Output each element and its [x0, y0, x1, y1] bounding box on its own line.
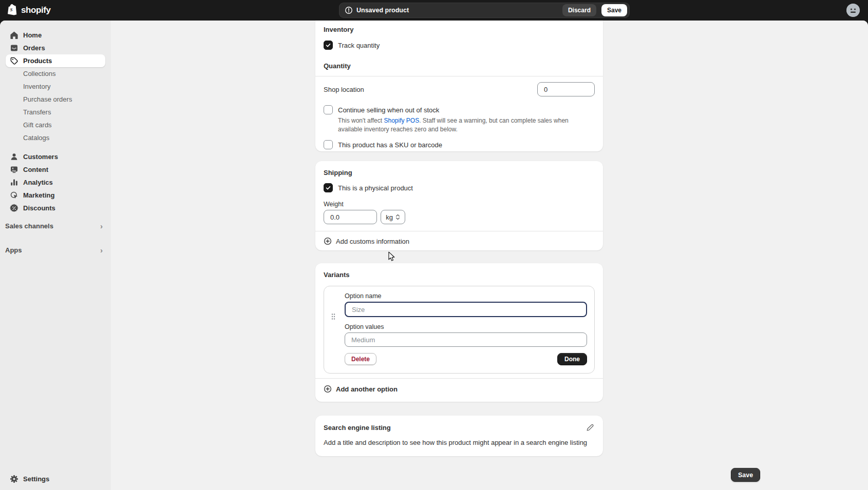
- option-values-label: Option values: [345, 323, 587, 330]
- option-name-label: Option name: [345, 292, 587, 300]
- seo-title: Search engine listing: [324, 424, 391, 432]
- sidebar-item-marketing[interactable]: Marketing: [6, 189, 105, 202]
- weight-unit-value: kg: [386, 213, 393, 221]
- save-button-topbar[interactable]: Save: [601, 4, 627, 16]
- divider: [315, 76, 603, 76]
- quantity-input[interactable]: [537, 82, 595, 96]
- continue-selling-row: Continue selling when out of stock: [315, 105, 603, 114]
- shopify-logo[interactable]: S shopify: [7, 4, 51, 17]
- add-another-option-label: Add another option: [336, 385, 398, 393]
- option-buttons-row: Delete Done: [345, 353, 587, 365]
- sidebar-item-label: Content: [23, 166, 48, 173]
- physical-product-label: This is a physical product: [338, 184, 413, 192]
- variants-card: Variants Option name Option values Delet…: [315, 263, 603, 402]
- sidebar-nav: Home Orders Products Collections Invento…: [0, 21, 111, 490]
- sidebar-item-analytics[interactable]: Analytics: [6, 176, 105, 189]
- customers-icon: [10, 152, 18, 161]
- content-column: Inventory Track quantity Quantity Shop l…: [315, 21, 603, 456]
- delete-option-button[interactable]: Delete: [345, 353, 376, 365]
- sku-checkbox[interactable]: [324, 140, 333, 149]
- sidebar-item-home[interactable]: Home: [6, 29, 105, 42]
- done-button[interactable]: Done: [557, 353, 587, 365]
- shipping-card: Shipping This is a physical product Weig…: [315, 161, 603, 250]
- content-icon: [10, 165, 18, 174]
- add-another-option-button[interactable]: Add another option: [315, 385, 603, 393]
- sidebar-item-label: Analytics: [23, 179, 53, 186]
- sidebar-item-discounts[interactable]: Discounts: [6, 202, 105, 214]
- sidebar-section-apps[interactable]: Apps ›: [0, 244, 111, 256]
- sidebar-item-transfers[interactable]: Transfers: [6, 106, 105, 119]
- discard-button[interactable]: Discard: [562, 4, 596, 16]
- sidebar-item-inventory[interactable]: Inventory: [6, 80, 105, 93]
- help-text-pre: This won't affect: [338, 117, 384, 124]
- divider: [315, 231, 603, 231]
- sidebar-item-label: Purchase orders: [23, 95, 72, 103]
- apps-label: Apps: [5, 246, 22, 254]
- sidebar-gap: [0, 144, 111, 150]
- shopify-pos-link[interactable]: Shopify POS: [384, 117, 419, 124]
- quantity-heading: Quantity: [315, 62, 603, 70]
- sidebar-section-sales-channels[interactable]: Sales channels ›: [0, 220, 111, 232]
- continue-selling-help: This won't affect Shopify POS. Staff wil…: [315, 116, 593, 133]
- sidebar-item-label: Collections: [23, 70, 56, 77]
- weight-input[interactable]: [324, 210, 377, 224]
- weight-unit-select[interactable]: kg: [381, 210, 405, 224]
- plus-circle-icon: [324, 385, 332, 393]
- inventory-title: Inventory: [315, 21, 603, 33]
- sidebar-item-orders[interactable]: Orders: [6, 42, 105, 54]
- sidebar-item-gift-cards[interactable]: Gift cards: [6, 119, 105, 131]
- add-customs-button[interactable]: Add customs information: [315, 237, 603, 245]
- sidebar-item-label: Discounts: [23, 204, 55, 212]
- seo-description: Add a title and description to see how t…: [315, 439, 603, 446]
- shipping-title: Shipping: [315, 161, 603, 177]
- sidebar-item-products[interactable]: Products: [6, 54, 105, 67]
- physical-product-checkbox[interactable]: [324, 183, 333, 192]
- weight-row: kg: [315, 210, 603, 224]
- physical-product-row: This is a physical product: [315, 183, 603, 192]
- drag-handle-icon[interactable]: [331, 313, 336, 322]
- shop-location-row: Shop location: [315, 82, 603, 96]
- store-avatar[interactable]: [846, 4, 860, 17]
- sidebar-item-label: Orders: [23, 44, 45, 52]
- weight-label: Weight: [315, 201, 603, 208]
- sidebar-item-label: Catalogs: [23, 134, 49, 142]
- home-icon: [10, 31, 18, 40]
- sidebar-item-collections[interactable]: Collections: [6, 67, 105, 80]
- shopify-wordmark: shopify: [21, 5, 51, 15]
- track-quantity-label: Track quantity: [338, 42, 380, 49]
- continue-selling-checkbox[interactable]: [324, 105, 333, 114]
- track-quantity-row: Track quantity: [315, 41, 603, 50]
- contextual-save-bar: Unsaved product Discard Save: [339, 3, 630, 18]
- edit-seo-button[interactable]: [584, 422, 595, 433]
- variants-title: Variants: [315, 263, 603, 279]
- svg-text:S: S: [10, 7, 12, 12]
- sidebar-item-customers[interactable]: Customers: [6, 150, 105, 163]
- track-quantity-checkbox[interactable]: [324, 41, 333, 50]
- app-frame: Home Orders Products Collections Invento…: [0, 21, 868, 490]
- option-name-input[interactable]: [345, 302, 587, 317]
- updown-chevrons-icon: [395, 214, 400, 220]
- sidebar-item-content[interactable]: Content: [6, 163, 105, 176]
- sales-channels-label: Sales channels: [5, 222, 53, 230]
- analytics-icon: [10, 178, 18, 187]
- sidebar-item-settings[interactable]: Settings: [6, 473, 105, 485]
- chevron-right-icon: ›: [100, 222, 103, 230]
- sku-label: This product has a SKU or barcode: [338, 141, 442, 149]
- marketing-icon: [10, 191, 18, 200]
- sidebar-item-catalogs[interactable]: Catalogs: [6, 131, 105, 144]
- sidebar-item-label: Inventory: [23, 83, 50, 90]
- settings-label: Settings: [23, 475, 49, 483]
- inventory-card: Inventory Track quantity Quantity Shop l…: [315, 21, 603, 151]
- sidebar-item-purchase-orders[interactable]: Purchase orders: [6, 93, 105, 106]
- unsaved-product-label: Unsaved product: [356, 7, 562, 14]
- products-icon: [10, 56, 18, 65]
- save-button-footer[interactable]: Save: [731, 468, 760, 482]
- main-content: Inventory Track quantity Quantity Shop l…: [111, 21, 868, 490]
- topbar: S shopify Unsaved product Discard Save: [0, 0, 868, 21]
- add-customs-label: Add customs information: [336, 238, 409, 245]
- plus-circle-icon: [324, 237, 332, 245]
- sidebar-item-label: Gift cards: [23, 121, 52, 129]
- option-values-input[interactable]: [345, 332, 587, 347]
- variant-option-editor: Option name Option values Delete Done: [324, 286, 595, 374]
- orders-icon: [10, 44, 18, 52]
